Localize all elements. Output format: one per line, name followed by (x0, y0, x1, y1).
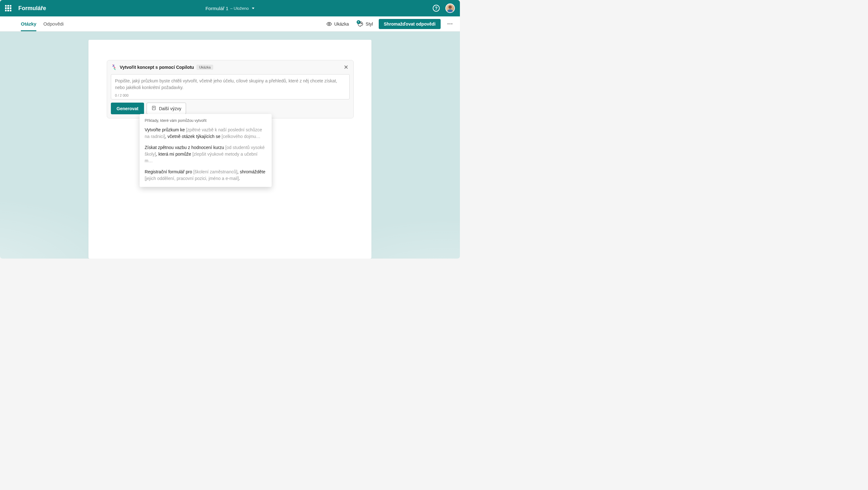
prompt-example[interactable]: Registrační formulář pro [školení zaměst… (145, 169, 267, 182)
eye-icon (326, 21, 332, 27)
copilot-title: Vytvořit koncept s pomocí Copilotu (120, 65, 194, 70)
form-title: Formulář 1 (205, 6, 228, 11)
app-header: Formuláře Formulář 1 – Uloženo ? (0, 0, 460, 17)
preview-button[interactable]: Ukázka (326, 21, 349, 27)
sparkle-badge-icon: ✦ (356, 20, 361, 24)
svg-point-0 (448, 5, 452, 8)
toolbar: Otázky Odpovědi Ukázka ✦ Styl Shromažďov… (0, 17, 460, 32)
help-icon[interactable]: ? (433, 5, 440, 12)
svg-point-1 (329, 23, 330, 25)
copilot-badge: Ukázka (196, 65, 213, 70)
preview-label: Ukázka (334, 22, 349, 27)
prompt-example[interactable]: Získat zpětnou vazbu z hodnocení kurzu [… (145, 144, 267, 164)
char-counter: 0 / 2 000 (115, 94, 346, 97)
tabs: Otázky Odpovědi (21, 17, 63, 31)
form-canvas: Vytvořit koncept s pomocí Copilotu Ukázk… (88, 40, 371, 259)
canvas-stage: Vytvořit koncept s pomocí Copilotu Ukázk… (0, 32, 460, 259)
avatar[interactable] (445, 3, 455, 13)
app-name[interactable]: Formuláře (18, 5, 46, 12)
generate-button[interactable]: Generovat (111, 103, 144, 114)
tab-questions[interactable]: Otázky (21, 17, 36, 31)
copilot-placeholder: Popište, jaký průzkum byste chtěli vytvo… (115, 78, 346, 92)
copilot-card: Vytvořit koncept s pomocí Copilotu Ukázk… (107, 60, 354, 119)
svg-point-4 (361, 23, 362, 24)
prompts-heading: Příklady, které vám pomůžou vytvořit (145, 119, 267, 123)
close-icon[interactable]: ✕ (342, 63, 350, 71)
copilot-prompt-input[interactable]: Popište, jaký průzkum byste chtěli vytvo… (111, 74, 350, 99)
chevron-down-icon (252, 7, 255, 9)
more-prompts-button[interactable]: Další výzvy (147, 103, 186, 114)
more-prompts-label: Další výzvy (159, 106, 181, 111)
save-status: – Uloženo (230, 6, 249, 11)
prompts-dropdown: Příklady, které vám pomůžou vytvořit Vyt… (140, 114, 272, 187)
app-launcher-icon[interactable] (5, 5, 11, 11)
prompt-example[interactable]: Vytvořte průzkum ke [zpětné vazbě k naší… (145, 127, 267, 140)
copilot-icon (111, 64, 117, 70)
document-title-group[interactable]: Formulář 1 – Uloženo (205, 6, 254, 11)
collect-responses-button[interactable]: Shromažďovat odpovědi (379, 19, 441, 29)
style-button[interactable]: ✦ Styl (355, 21, 373, 27)
tab-responses[interactable]: Odpovědi (43, 17, 63, 31)
style-label: Styl (366, 22, 373, 27)
more-actions-button[interactable] (446, 22, 454, 26)
prompt-guide-icon (151, 105, 156, 111)
